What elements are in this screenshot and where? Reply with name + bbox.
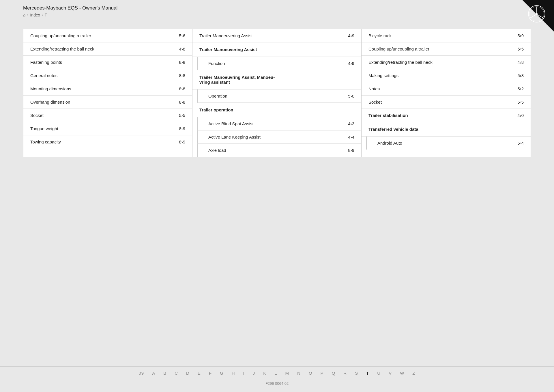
svg-line-3: [530, 14, 537, 18]
list-item[interactable]: Bicycle rack 5›9: [362, 29, 531, 42]
alpha-R[interactable]: R: [343, 371, 347, 376]
alpha-T[interactable]: T: [366, 371, 369, 376]
list-item[interactable]: Axle load 8›9: [197, 144, 361, 157]
list-item[interactable]: Coupling up/uncoupling a trailer 5›5: [362, 42, 531, 56]
header-left: Mercedes-Maybach EQS - Owner's Manual ⌂ …: [23, 5, 117, 17]
index-columns: Coupling up/uncoupling a trailer 5›6 Ext…: [23, 29, 531, 157]
alpha-F[interactable]: F: [209, 371, 212, 376]
alpha-G[interactable]: G: [220, 371, 224, 376]
list-item[interactable]: Overhang dimension 8›8: [23, 96, 192, 109]
section-header: Trailer Manoeuvring Assist, Manoeu-vring…: [192, 70, 361, 89]
alpha-W[interactable]: W: [400, 371, 404, 376]
list-item[interactable]: Function 4›9: [197, 57, 361, 70]
section-header: Transferred vehicle data: [362, 122, 531, 137]
page-code: F296 0064 02: [0, 380, 554, 389]
alpha-N[interactable]: N: [297, 371, 301, 376]
mercedes-logo: [528, 5, 545, 23]
alpha-O[interactable]: O: [309, 371, 312, 376]
svg-point-5: [536, 13, 538, 15]
list-item[interactable]: Mounting dimensions 8›8: [23, 82, 192, 96]
list-item[interactable]: Socket 5›5: [362, 96, 531, 109]
alpha-K[interactable]: K: [263, 371, 266, 376]
alpha-L[interactable]: L: [274, 371, 277, 376]
list-item[interactable]: Making settings 5›8: [362, 69, 531, 82]
alpha-M[interactable]: M: [285, 371, 289, 376]
alphabet-bar: 09 A B C D E F G H I J K L M N O P Q R S…: [0, 366, 554, 380]
breadcrumb-index[interactable]: Index: [30, 13, 40, 17]
list-item[interactable]: Active Blind Spot Assist 4›3: [197, 117, 361, 130]
column-1: Coupling up/uncoupling a trailer 5›6 Ext…: [23, 29, 192, 157]
document-title: Mercedes-Maybach EQS - Owner's Manual: [23, 5, 117, 11]
breadcrumb: ⌂ › Index › T: [23, 13, 117, 17]
alpha-J[interactable]: J: [253, 371, 255, 376]
alpha-U[interactable]: U: [377, 371, 381, 376]
page-header: Mercedes-Maybach EQS - Owner's Manual ⌂ …: [0, 0, 554, 20]
section-header: Trailer Manoeuvering Assist: [192, 42, 361, 57]
page-footer: 09 A B C D E F G H I J K L M N O P Q R S…: [0, 361, 554, 392]
list-item[interactable]: Socket 5›5: [23, 109, 192, 122]
list-item[interactable]: Extending/retracting the ball neck 4›8: [362, 56, 531, 69]
alpha-09[interactable]: 09: [138, 371, 144, 376]
alpha-S[interactable]: S: [355, 371, 358, 376]
alpha-V[interactable]: V: [389, 371, 392, 376]
list-item[interactable]: Active Lane Keeping Assist 4›4: [197, 130, 361, 144]
alpha-Z[interactable]: Z: [412, 371, 415, 376]
list-item[interactable]: Notes 5›2: [362, 82, 531, 96]
list-item[interactable]: Fastening points 8›8: [23, 56, 192, 69]
svg-line-4: [537, 14, 543, 18]
list-item[interactable]: Operation 5›0: [197, 89, 361, 103]
alpha-A[interactable]: A: [152, 371, 155, 376]
alpha-Q[interactable]: Q: [332, 371, 336, 376]
list-item[interactable]: Extending/retracting the ball neck 4›8: [23, 42, 192, 56]
breadcrumb-sep-1: ›: [27, 13, 28, 17]
alpha-I[interactable]: I: [243, 371, 245, 376]
section-header: Trailer operation: [192, 103, 361, 117]
alpha-B[interactable]: B: [163, 371, 166, 376]
list-item[interactable]: Android Auto 6›4: [366, 137, 531, 150]
alpha-D[interactable]: D: [186, 371, 190, 376]
list-item[interactable]: Coupling up/uncoupling a trailer 5›6: [23, 29, 192, 42]
list-item[interactable]: Trailer Manoeuvering Assist 4›9: [192, 29, 361, 42]
column-3: Bicycle rack 5›9 Coupling up/uncoupling …: [362, 29, 531, 157]
alpha-H[interactable]: H: [232, 371, 235, 376]
list-item[interactable]: Tongue weight 8›9: [23, 122, 192, 135]
list-item[interactable]: General notes 8›8: [23, 69, 192, 82]
list-item[interactable]: Towing capacity 8›9: [23, 135, 192, 148]
home-icon[interactable]: ⌂: [23, 13, 25, 17]
list-item[interactable]: Trailer stabilisation 4›0: [362, 109, 531, 122]
alpha-P[interactable]: P: [321, 371, 324, 376]
breadcrumb-current: T: [45, 13, 47, 17]
alpha-C[interactable]: C: [175, 371, 178, 376]
main-content: Coupling up/uncoupling a trailer 5›6 Ext…: [0, 20, 554, 361]
alpha-E[interactable]: E: [198, 371, 201, 376]
column-2: Trailer Manoeuvering Assist 4›9 Trailer …: [192, 29, 362, 157]
breadcrumb-sep-2: ›: [42, 13, 43, 17]
